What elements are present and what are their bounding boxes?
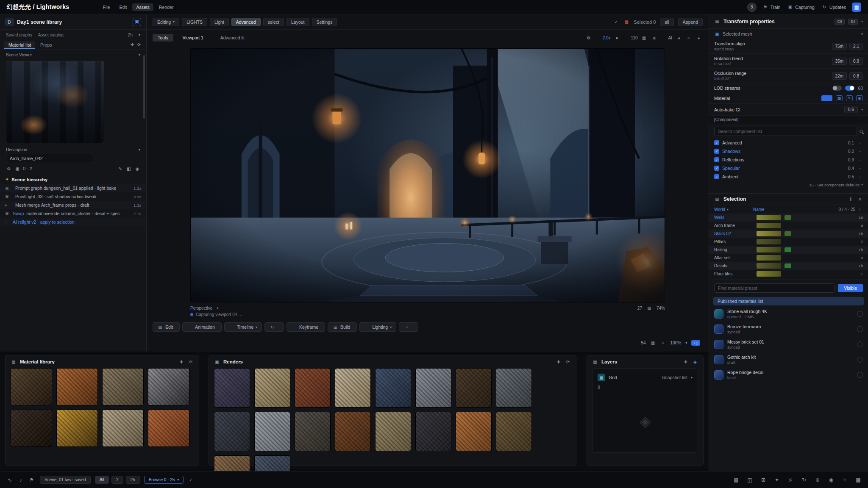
statusbar-icon[interactable]: ♯	[787, 476, 794, 484]
viewport-top-icon[interactable]: ◂	[676, 35, 682, 41]
item-link[interactable]: Swap	[13, 211, 24, 216]
chevron-down-icon[interactable]: ▾	[685, 341, 687, 345]
browse-counter[interactable]: Browse 0 · 25 ▾	[144, 476, 184, 484]
texture-tile[interactable]	[375, 368, 411, 408]
texture-tile[interactable]	[496, 412, 532, 451]
viewport-tool-button[interactable]: Timeline▾	[224, 322, 262, 332]
refresh-icon[interactable]: ⟳	[565, 359, 571, 365]
component-value[interactable]: 0.2	[848, 149, 854, 154]
scene-preview-thumbnail[interactable]	[6, 61, 104, 143]
chevron-down-icon[interactable]: ▾	[217, 306, 218, 310]
component-group-header[interactable]: [Component]	[709, 116, 868, 124]
pause-icon[interactable]: ‖	[848, 196, 854, 202]
column-world[interactable]: World	[714, 207, 725, 212]
column-name[interactable]: Name	[753, 207, 765, 212]
pen-icon[interactable]: ✎	[117, 166, 123, 172]
snapshot-list-label[interactable]: Snapshot list	[662, 375, 687, 380]
texture-tile[interactable]	[148, 410, 189, 447]
viewport-3d-render[interactable]	[190, 48, 665, 302]
published-item-status-ring[interactable]	[857, 341, 863, 347]
component-checkbox[interactable]: ✓	[714, 174, 719, 179]
texture-tile[interactable]	[335, 368, 371, 408]
outliner-row[interactable]: Railing Lit	[709, 246, 868, 254]
shield-icon[interactable]: ◈	[692, 359, 698, 365]
statusbar-filter-badge[interactable]: All	[95, 476, 109, 484]
meta-asset-catalog[interactable]: Asset catalog	[38, 33, 64, 37]
history-item[interactable]: ▣ PointLight_03 · soft shadow radius twe…	[0, 192, 146, 201]
viewport-tool-button[interactable]: Animation	[182, 322, 222, 332]
outliner-row[interactable]: Altar set 8	[709, 254, 868, 262]
zoom-level[interactable]: 100%	[670, 341, 682, 345]
item-link[interactable]: AI relight v2 · apply to selection	[13, 219, 75, 225]
texture-tile[interactable]	[102, 410, 144, 447]
grid-icon[interactable]: ▦	[650, 340, 656, 346]
texture-tile[interactable]	[415, 368, 451, 408]
viewport-tool-button[interactable]: ↻	[264, 322, 284, 332]
viewport-top-icon[interactable]: 110	[624, 35, 638, 41]
texture-tile[interactable]	[254, 368, 290, 408]
topbar-action[interactable]: ▣Capturing	[787, 4, 815, 10]
history-item[interactable]: ▸ Mesh merge Arch_frame props · draft 1.…	[0, 201, 146, 209]
property-value-a[interactable]: 35m	[832, 58, 847, 65]
menu-icon[interactable]: ≡	[857, 196, 863, 202]
layer-grid-row[interactable]: ▦ Grid Snapshot list ▾	[596, 372, 694, 383]
tools-tab[interactable]: Tools	[153, 34, 173, 42]
viewport-top-icon[interactable]: ●	[614, 35, 621, 41]
property-row[interactable]: Rotation blend 0.54 / 45° 35m 0.9	[709, 54, 868, 69]
statusbar-icon[interactable]: ♪	[17, 476, 25, 484]
chevron-down-icon[interactable]: ▾	[139, 33, 140, 37]
published-item-status-ring[interactable]	[857, 326, 863, 332]
statusbar-icon[interactable]: ↻	[800, 476, 808, 484]
texture-tile[interactable]	[295, 412, 331, 451]
texture-tile[interactable]	[214, 368, 250, 408]
viewport-top-icon[interactable]: ▸	[696, 35, 703, 41]
component-row[interactable]: ✓ Specular 0.4 ◦	[709, 164, 868, 172]
published-item[interactable]: Gothic arch kit draft	[709, 352, 868, 367]
statusbar-filter-badge[interactable]: 2	[111, 476, 123, 484]
grid-warning-icon[interactable]: ▦	[623, 19, 629, 25]
component-circle-icon[interactable]: ◦	[857, 165, 863, 171]
chevron-down-icon[interactable]: ▾	[139, 148, 140, 152]
lod-toggle-off[interactable]	[832, 86, 842, 91]
statusbar-icon[interactable]: ◉	[827, 476, 835, 484]
perspective-dropdown[interactable]: Perspective	[190, 306, 212, 311]
component-row[interactable]: ✓ Shadows 0.2 ◦	[709, 147, 868, 155]
published-item[interactable]: Stone wall rough 4K queued · 2 MB	[709, 306, 868, 322]
gear-icon[interactable]: ⚙	[6, 166, 12, 172]
component-checkbox[interactable]: ✓	[714, 140, 719, 145]
material-eye-icon[interactable]: ◉	[856, 95, 863, 101]
refresh-icon[interactable]: ⟳	[188, 359, 194, 365]
viewport-tool-button[interactable]: ○	[399, 322, 418, 332]
visible-button[interactable]: Visible	[838, 284, 863, 292]
texture-tile[interactable]	[148, 368, 189, 405]
viewport-top-icon[interactable]: ≡	[686, 35, 693, 41]
texture-tile[interactable]	[56, 410, 98, 447]
statusbar-icon[interactable]: ◫	[746, 476, 754, 484]
material-color-swatch[interactable]	[821, 95, 832, 101]
add-icon[interactable]: ✚	[683, 359, 689, 365]
menu-item[interactable]: Render	[155, 3, 177, 11]
published-item-status-ring[interactable]	[857, 311, 863, 317]
eye-icon[interactable]: ◉	[134, 166, 140, 172]
texture-tile[interactable]	[56, 368, 98, 405]
append-button[interactable]: Append	[678, 18, 703, 26]
selected-mesh-row[interactable]: ▣ Selected mesh ▾	[709, 29, 868, 39]
outliner-row[interactable]: Stairs 02 Lit	[709, 230, 868, 238]
check-icon[interactable]: ✓	[613, 19, 619, 25]
statusbar-icon[interactable]: ⊕	[814, 476, 821, 484]
scene-viewer-section[interactable]: Scene Viewer ▾	[0, 50, 146, 59]
viewport-top-icon[interactable]: ▦	[641, 35, 648, 41]
view-tab[interactable]: Props	[36, 41, 56, 49]
outliner-row[interactable]: Pillars 2	[709, 238, 868, 246]
frame-name-input[interactable]	[6, 154, 93, 163]
texture-tile[interactable]	[102, 368, 144, 405]
meta-saved-graphs[interactable]: Saved graphs	[6, 33, 32, 37]
published-item-status-ring[interactable]	[857, 357, 863, 363]
mode-button[interactable]: LIGHTS	[182, 18, 207, 26]
palette-icon[interactable]: ◧	[126, 166, 132, 172]
history-item[interactable]: ▣ Swap material override column_cluster …	[0, 209, 146, 218]
viewport-top-icon[interactable]: ≣	[651, 35, 658, 41]
component-checkbox[interactable]: ✓	[714, 166, 719, 171]
topbar-action[interactable]: ⚑Train	[762, 4, 781, 10]
texture-tile[interactable]	[295, 368, 331, 408]
